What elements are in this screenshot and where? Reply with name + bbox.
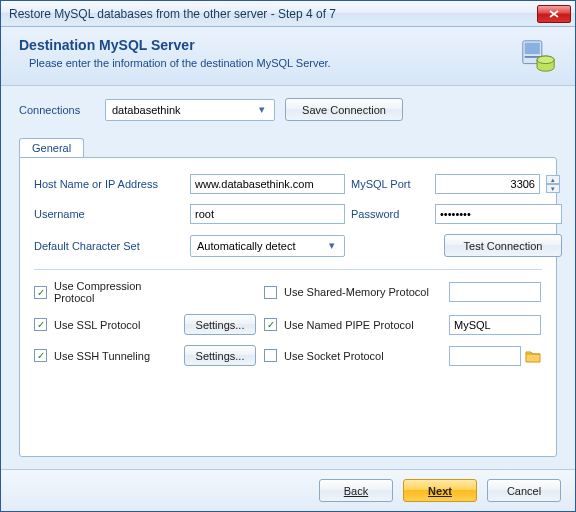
folder-icon[interactable] — [525, 349, 541, 363]
footer: Back Next Cancel — [1, 469, 575, 511]
username-input[interactable] — [190, 204, 345, 224]
charset-value: Automatically detect — [197, 240, 295, 252]
spin-up-icon[interactable]: ▴ — [546, 175, 560, 184]
password-input[interactable] — [435, 204, 562, 224]
spin-down-icon[interactable]: ▾ — [546, 184, 560, 193]
ssh-label: Use SSH Tunneling — [54, 350, 184, 362]
socket-label: Use Socket Protocol — [284, 350, 449, 362]
compression-checkbox[interactable] — [34, 286, 47, 299]
svg-rect-2 — [525, 56, 540, 58]
header-band: Destination MySQL Server Please enter th… — [1, 27, 575, 86]
form-grid: Host Name or IP Address MySQL Port ▴▾ Us… — [34, 174, 542, 257]
save-connection-button[interactable]: Save Connection — [285, 98, 403, 121]
close-icon — [549, 10, 559, 18]
next-button[interactable]: Next — [403, 479, 477, 502]
svg-rect-1 — [525, 43, 540, 54]
back-button[interactable]: Back — [319, 479, 393, 502]
close-button[interactable] — [537, 5, 571, 23]
separator — [34, 269, 542, 270]
port-input[interactable] — [435, 174, 540, 194]
socket-input[interactable] — [449, 346, 521, 366]
named-pipe-checkbox[interactable] — [264, 318, 277, 331]
password-label: Password — [351, 208, 429, 220]
host-input[interactable] — [190, 174, 345, 194]
options-grid: Use Compression Protocol Use Shared-Memo… — [34, 280, 542, 366]
ssl-checkbox[interactable] — [34, 318, 47, 331]
charset-label: Default Character Set — [34, 240, 184, 252]
charset-dropdown[interactable]: Automatically detect ▾ — [190, 235, 345, 257]
port-spinner[interactable]: ▴▾ — [546, 175, 560, 193]
connections-label: Connections — [19, 104, 95, 116]
body: Connections databasethink ▾ Save Connect… — [1, 86, 575, 496]
connections-row: Connections databasethink ▾ Save Connect… — [19, 98, 557, 121]
ssl-settings-button[interactable]: Settings... — [184, 314, 256, 335]
tab-general[interactable]: General — [19, 138, 84, 157]
socket-checkbox[interactable] — [264, 349, 277, 362]
test-cell: Test Connection — [351, 234, 562, 257]
port-label: MySQL Port — [351, 178, 429, 190]
cancel-button[interactable]: Cancel — [487, 479, 561, 502]
general-panel: Host Name or IP Address MySQL Port ▴▾ Us… — [19, 157, 557, 457]
titlebar: Restore MySQL databases from the other s… — [1, 1, 575, 27]
shared-memory-label: Use Shared-Memory Protocol — [284, 286, 449, 298]
host-label: Host Name or IP Address — [34, 178, 184, 190]
wizard-window: Restore MySQL databases from the other s… — [0, 0, 576, 512]
tab-strip: General — [19, 135, 557, 157]
test-connection-button[interactable]: Test Connection — [444, 234, 562, 257]
socket-cell — [449, 346, 544, 366]
compression-label: Use Compression Protocol — [54, 280, 184, 304]
named-pipe-label: Use Named PIPE Protocol — [284, 319, 449, 331]
chevron-down-icon: ▾ — [324, 238, 340, 254]
header-text: Destination MySQL Server Please enter th… — [19, 37, 519, 69]
page-title: Destination MySQL Server — [19, 37, 519, 53]
svg-point-4 — [537, 56, 554, 64]
window-title: Restore MySQL databases from the other s… — [9, 7, 537, 21]
database-server-icon — [519, 37, 557, 75]
shared-memory-checkbox[interactable] — [264, 286, 277, 299]
named-pipe-input[interactable] — [449, 315, 541, 335]
page-subtitle: Please enter the information of the dest… — [19, 57, 519, 69]
shared-memory-input[interactable] — [449, 282, 541, 302]
username-label: Username — [34, 208, 184, 220]
ssl-label: Use SSL Protocol — [54, 319, 184, 331]
ssh-checkbox[interactable] — [34, 349, 47, 362]
connections-dropdown[interactable]: databasethink ▾ — [105, 99, 275, 121]
connections-value: databasethink — [112, 104, 181, 116]
chevron-down-icon: ▾ — [254, 102, 270, 118]
ssh-settings-button[interactable]: Settings... — [184, 345, 256, 366]
